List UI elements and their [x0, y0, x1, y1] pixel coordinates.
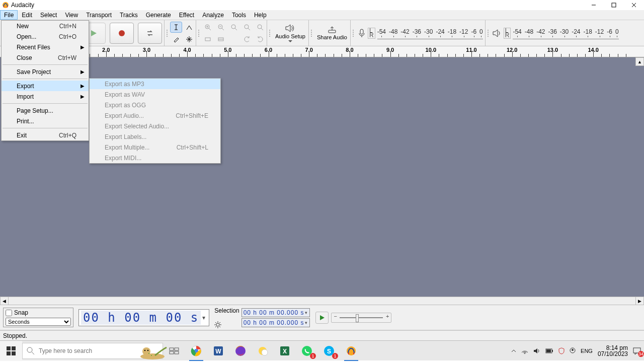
multi-tool[interactable]: [183, 34, 195, 45]
grip-icon[interactable]: [487, 22, 490, 44]
scroll-right-button[interactable]: ▶: [635, 297, 644, 305]
zoom-toggle-button[interactable]: [254, 22, 266, 33]
draw-tool[interactable]: [170, 34, 182, 45]
selection-tool[interactable]: [170, 22, 182, 33]
spacer: [228, 34, 240, 45]
tray-volume-icon[interactable]: [533, 348, 540, 354]
grip-icon[interactable]: [310, 22, 313, 44]
horizontal-scrollbar[interactable]: ◀ ▶: [0, 297, 644, 305]
file-menu-open-[interactable]: Open...Ctrl+O: [2, 31, 89, 42]
taskbar-search[interactable]: Type here to search: [22, 343, 163, 359]
silence-button[interactable]: [215, 34, 227, 45]
menu-file[interactable]: File: [0, 10, 18, 20]
tray-overflow-icon[interactable]: [511, 348, 516, 353]
file-menu-export[interactable]: Export▶: [2, 81, 89, 91]
task-view-button[interactable]: [163, 341, 185, 361]
tray-location-icon[interactable]: [570, 347, 576, 354]
svg-marker-81: [534, 348, 537, 353]
menu-effect[interactable]: Effect: [175, 10, 198, 20]
file-menu-save-project[interactable]: Save Project▶: [2, 66, 89, 77]
play-at-speed-button[interactable]: [315, 312, 329, 324]
speed-slider[interactable]: [331, 313, 391, 323]
scroll-up-button[interactable]: ▲: [635, 57, 644, 66]
time-display[interactable]: 00 h 00 m 00 s ▾: [78, 309, 209, 326]
menu-tools[interactable]: Tools: [228, 10, 250, 20]
undo-button[interactable]: [241, 34, 253, 45]
tray-battery-icon[interactable]: [545, 348, 553, 353]
file-menu-import[interactable]: Import▶: [2, 91, 89, 102]
svg-point-0: [3, 2, 9, 8]
menu-help[interactable]: Help: [250, 10, 271, 20]
audio-setup-label: Audio Setup: [275, 33, 305, 39]
svg-point-57: [144, 349, 145, 350]
close-button[interactable]: [624, 0, 644, 10]
zoom-out-button[interactable]: [215, 22, 227, 33]
tray-language-icon[interactable]: ENG: [581, 348, 593, 354]
zoom-in-button[interactable]: [202, 22, 214, 33]
scroll-left-button[interactable]: ◀: [0, 297, 9, 305]
tray-security-icon[interactable]: [558, 347, 565, 354]
record-button[interactable]: [110, 23, 134, 44]
tray-clock[interactable]: 8:14 pm 07/10/2023: [598, 345, 628, 357]
envelope-tool[interactable]: [183, 22, 195, 33]
playback-meter-scale: -54-48-42-36-30-24-18-12-60: [513, 27, 618, 36]
menu-transport[interactable]: Transport: [82, 10, 116, 20]
export-submenu: Export as MP3Export as WAVExport as OGGE…: [89, 78, 221, 164]
firefox-icon[interactable]: [229, 341, 252, 361]
file-menu-dropdown: NewCtrl+NOpen...Ctrl+ORecent Files▶Close…: [1, 20, 89, 141]
snap-checkbox[interactable]: [6, 310, 12, 316]
notification-count: 34: [638, 351, 644, 357]
skype-icon[interactable]: S1: [318, 341, 340, 361]
grip-icon[interactable]: [352, 22, 355, 44]
menu-edit[interactable]: Edit: [18, 10, 36, 20]
tray-notifications-icon[interactable]: 34: [633, 347, 641, 355]
zoom-selection-button[interactable]: [228, 22, 240, 33]
share-audio-button[interactable]: Share Audio: [314, 21, 350, 46]
status-text: Stopped.: [3, 332, 27, 339]
menu-analyze[interactable]: Analyze: [198, 10, 228, 20]
grip-icon[interactable]: [197, 22, 200, 44]
start-button[interactable]: [0, 341, 22, 361]
gear-icon[interactable]: [214, 321, 221, 328]
whatsapp-icon[interactable]: 1: [296, 341, 318, 361]
loop-button[interactable]: [138, 23, 162, 44]
menu-tracks[interactable]: Tracks: [116, 10, 142, 20]
svg-point-71: [262, 349, 268, 355]
chrome-icon[interactable]: [185, 341, 207, 361]
audacity-taskbar-icon[interactable]: [340, 341, 362, 361]
menu-select[interactable]: Select: [36, 10, 61, 20]
selection-end[interactable]: 00 h 00 m 00.000 s▾: [242, 318, 310, 327]
svg-rect-36: [360, 29, 363, 34]
search-icon: [27, 347, 35, 355]
file-menu-print-[interactable]: Print...: [2, 116, 89, 126]
audacity-icon: [2, 2, 9, 9]
timeline-ruler[interactable]: 1.02.03.04.05.06.07.08.09.010.011.012.01…: [0, 46, 644, 57]
snap-unit-select[interactable]: Seconds: [6, 318, 71, 326]
time-format-dropdown[interactable]: ▾: [201, 314, 207, 321]
file-menu-exit[interactable]: ExitCtrl+Q: [2, 130, 89, 140]
minimize-button[interactable]: [584, 0, 604, 10]
svg-point-8: [119, 30, 125, 36]
weather-icon[interactable]: [252, 341, 274, 361]
maximize-button[interactable]: [604, 0, 624, 10]
file-menu-recent-files[interactable]: Recent Files▶: [2, 42, 89, 52]
audio-setup-button[interactable]: Audio Setup: [272, 21, 308, 46]
trim-button[interactable]: [202, 34, 214, 45]
svg-marker-7: [91, 30, 97, 36]
menu-view[interactable]: View: [61, 10, 82, 20]
menu-generate[interactable]: Generate: [142, 10, 175, 20]
selection-start[interactable]: 00 h 00 m 00.000 s▾: [242, 308, 310, 317]
redo-button[interactable]: [254, 34, 266, 45]
zoom-fit-button[interactable]: [241, 22, 253, 33]
tray-network-icon[interactable]: [521, 348, 528, 354]
file-menu-new[interactable]: NewCtrl+N: [2, 21, 89, 31]
grip-icon[interactable]: [268, 22, 271, 44]
word-icon[interactable]: W: [207, 341, 229, 361]
playback-meter[interactable]: LR -54-48-42-36-30-24-18-12-60: [486, 20, 621, 46]
file-menu-close[interactable]: CloseCtrl+W: [2, 52, 89, 63]
grip-icon[interactable]: [166, 22, 169, 44]
excel-icon[interactable]: X: [274, 341, 296, 361]
svg-point-53: [27, 347, 32, 352]
file-menu-page-setup-[interactable]: Page Setup...: [2, 105, 89, 116]
record-meter[interactable]: LR -54-48-42-36-30-24-18-12-60: [351, 20, 486, 46]
